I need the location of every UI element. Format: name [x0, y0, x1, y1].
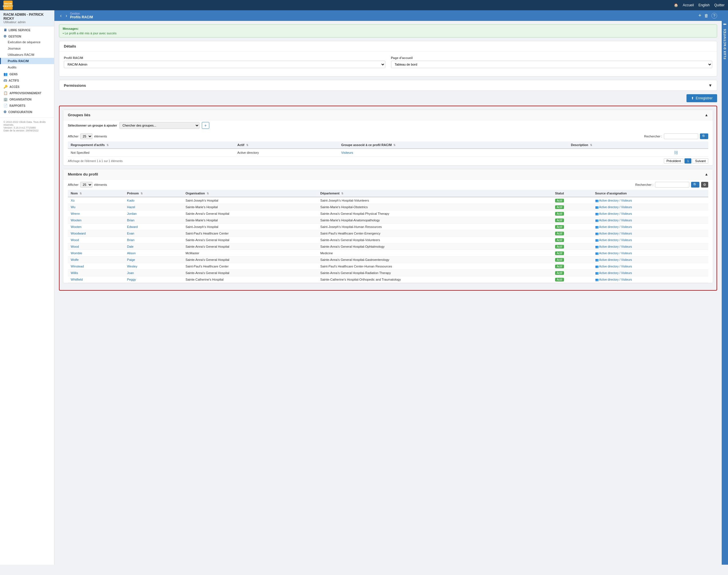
page-accueil-select[interactable]: Tableau de bord: [391, 61, 713, 68]
col-statut: Statut: [552, 190, 592, 197]
group-add-button[interactable]: +: [202, 122, 209, 129]
delete-button[interactable]: 🗑: [704, 13, 708, 18]
cell-prenom: Edward: [124, 224, 183, 230]
groupes-table-controls: Afficher 25 éléments Rechercher : 🔍: [63, 131, 713, 141]
cell-nom: Wood: [68, 243, 124, 250]
col-departement: Département ⇅: [317, 190, 552, 197]
prenom-link[interactable]: Kado: [127, 199, 135, 202]
nom-link[interactable]: Womble: [71, 251, 82, 255]
page-header: ‹ › Gestion Profils RAC/M + 🗑 ?: [55, 10, 722, 21]
cell-statut: Actif: [552, 230, 592, 237]
table-row: Wood Brian Sainte-Anna's General Hospita…: [68, 237, 708, 243]
sidebar-item-approvisionnement[interactable]: 📋 APPROVISIONNEMENT: [0, 89, 54, 96]
nom-link[interactable]: Willis: [71, 271, 78, 275]
prenom-link[interactable]: Hazel: [127, 205, 135, 209]
nav-forward-button[interactable]: ›: [64, 13, 68, 18]
sidebar-item-gestion[interactable]: ⚙ GESTION: [0, 33, 54, 39]
details-form-row: Profil RAC/M RAC/M Admin Page d'accueil …: [64, 56, 712, 68]
source-text: 👥 Active directory / Visiteurs: [595, 199, 705, 202]
membre-search-input[interactable]: [655, 182, 689, 188]
group-select[interactable]: Chercher des groupes...: [119, 122, 200, 129]
permissions-section[interactable]: Permissions ▼: [59, 80, 717, 91]
membre-search-button[interactable]: 🔍: [691, 182, 699, 188]
sidebar-item-gens[interactable]: 👥 GENS: [0, 70, 54, 77]
prenom-link[interactable]: Peggy: [127, 278, 136, 281]
source-text: 👥 Active directory / Visiteurs: [595, 245, 705, 248]
cell-prenom: Alison: [124, 250, 183, 257]
prenom-link[interactable]: Jordan: [127, 212, 137, 215]
status-badge: Actif: [555, 212, 564, 215]
nom-link[interactable]: Woodward: [71, 232, 85, 235]
groupes-collapse-icon[interactable]: ▲: [704, 113, 708, 117]
sort-icon[interactable]: ⇅: [79, 192, 82, 195]
membre-collapse-icon[interactable]: ▲: [704, 172, 708, 176]
nom-link[interactable]: Wood: [71, 238, 79, 242]
nom-link[interactable]: Wooten: [71, 218, 81, 222]
nav-back-button[interactable]: ‹: [59, 13, 63, 18]
page-1-button[interactable]: 1: [685, 158, 691, 164]
prenom-link[interactable]: Evan: [127, 232, 134, 235]
nom-link[interactable]: Xù: [71, 199, 74, 202]
sidebar-item-libre-service[interactable]: 🖥 LIBRE SERVICE: [0, 26, 54, 33]
prenom-link[interactable]: Alison: [127, 251, 136, 255]
sort-icon[interactable]: ⇅: [106, 144, 109, 147]
groupes-search-input[interactable]: [664, 133, 698, 139]
sort-icon[interactable]: ⇅: [393, 144, 395, 147]
nom-link[interactable]: Winstead: [71, 265, 84, 268]
sidebar-item-configuration[interactable]: ⚙ CONFIGURATION: [0, 108, 54, 114]
sidebar-item-acces[interactable]: 🔑 ACCÈS: [0, 83, 54, 89]
sidebar-item-utilisateurs[interactable]: Utilisateurs RAC/M: [0, 52, 54, 58]
quitter-link[interactable]: Quitter: [714, 3, 725, 7]
cell-statut: Actif: [552, 263, 592, 270]
help-button[interactable]: ?: [712, 13, 717, 19]
source-text: 👥 Active directory / Visiteurs: [595, 232, 705, 235]
sort-icon[interactable]: ⇅: [590, 144, 592, 147]
unlink-icon[interactable]: ⛓: [674, 150, 678, 155]
sort-icon[interactable]: ⇅: [207, 192, 209, 195]
sidebar-item-audits[interactable]: Audits: [0, 64, 54, 70]
prenom-link[interactable]: Joan: [127, 271, 134, 275]
next-button[interactable]: Suivant: [693, 158, 708, 164]
sort-icon[interactable]: ⇅: [246, 144, 248, 147]
sidebar-item-journaux[interactable]: Journaux: [0, 45, 54, 52]
prenom-link[interactable]: Paige: [127, 258, 135, 262]
nom-link[interactable]: Wrenn: [71, 212, 80, 215]
report-icon: 📄: [3, 104, 8, 108]
cell-departement: Sainte-Anna's General Hospital-Radiation…: [317, 270, 552, 276]
sort-icon[interactable]: ⇅: [341, 192, 344, 195]
nom-link[interactable]: Wooten: [71, 225, 81, 229]
membre-profil-card: Membre du profil ▲ Afficher 25 éléments: [63, 169, 713, 283]
sort-icon[interactable]: ⇅: [141, 192, 143, 195]
nom-link[interactable]: Wood: [71, 245, 79, 248]
flux-sidebar[interactable]: ⬅ FLUX D'ACTIVITÉS: [722, 10, 728, 565]
accueil-link[interactable]: Accueil: [683, 3, 694, 7]
enregistrer-button[interactable]: ⬆ Enregistrer: [687, 94, 717, 102]
sidebar-item-profils[interactable]: Profils RAC/M: [0, 58, 54, 64]
cell-delete[interactable]: ⛓: [671, 148, 708, 157]
groupes-search-button[interactable]: 🔍: [700, 133, 708, 139]
prenom-link[interactable]: Wesley: [127, 265, 137, 268]
nom-link[interactable]: Wolfe: [71, 258, 79, 262]
prev-button[interactable]: Précédent: [664, 158, 683, 164]
col-regroupement: Regroupement d'actifs ⇅: [68, 141, 235, 148]
prenom-link[interactable]: Dale: [127, 245, 134, 248]
sidebar-item-rapports[interactable]: 📄 RAPPORTS: [0, 102, 54, 108]
prenom-link[interactable]: Brian: [127, 238, 135, 242]
prenom-link[interactable]: Brian: [127, 218, 135, 222]
prenom-link[interactable]: Edward: [127, 225, 138, 229]
profil-select[interactable]: RAC/M Admin: [64, 61, 385, 68]
membre-afficher-select[interactable]: 25: [80, 182, 93, 188]
membre-settings-button[interactable]: ⚙: [701, 182, 708, 188]
sidebar-item-organisation[interactable]: 🏢 ORGANISATION: [0, 96, 54, 102]
cell-departement: Medicine: [317, 250, 552, 257]
cell-statut: Actif: [552, 276, 592, 283]
cell-prenom: Joan: [124, 270, 183, 276]
nom-link[interactable]: Wu: [71, 205, 75, 209]
add-button[interactable]: +: [698, 12, 701, 19]
key-icon: 🔑: [3, 85, 8, 89]
sidebar-item-execution[interactable]: Exécution de séquence: [0, 39, 54, 45]
sidebar-item-actifs[interactable]: 🗃 ACTIFS: [0, 77, 54, 83]
afficher-select[interactable]: 25: [80, 133, 93, 139]
nom-link[interactable]: Whitfield: [71, 278, 83, 281]
english-link[interactable]: English: [698, 3, 710, 7]
